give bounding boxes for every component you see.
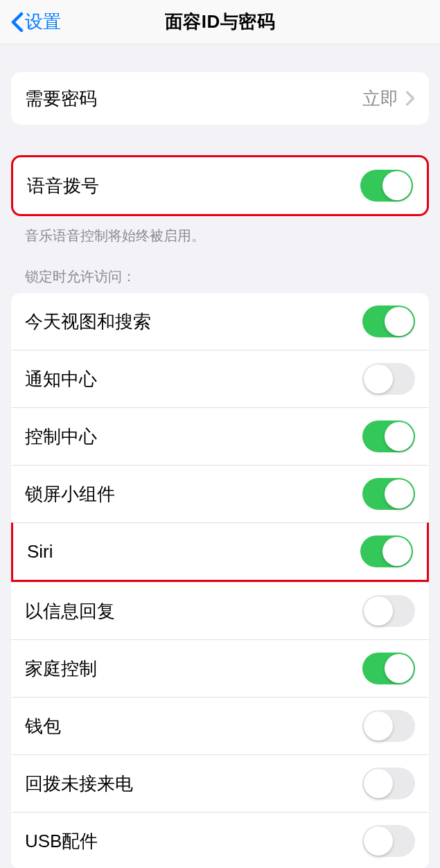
lock-item-toggle[interactable] [362, 595, 415, 627]
lock-item-cell: Siri [11, 522, 429, 582]
lock-item-label: 以信息回复 [25, 599, 362, 623]
toggle-knob [364, 826, 393, 856]
lock-item-toggle[interactable] [362, 768, 415, 799]
back-button[interactable]: 设置 [11, 10, 61, 34]
lock-item-label: USB配件 [25, 829, 362, 853]
lock-item-toggle[interactable] [360, 535, 413, 567]
lock-item-toggle[interactable] [362, 363, 415, 395]
lock-item-cell: USB配件 [11, 812, 429, 868]
toggle-knob [382, 537, 412, 566]
lock-item-cell: 锁屏小组件 [11, 465, 429, 522]
lock-item-label: 家庭控制 [25, 657, 362, 681]
voice-dial-cell: 语音拨号 [13, 157, 427, 214]
voice-dial-highlight: 语音拨号 [11, 155, 429, 216]
back-label: 设置 [25, 10, 61, 34]
lock-item-cell: 钱包 [11, 697, 429, 754]
toggle-knob [385, 479, 414, 508]
lock-item-label: 今天视图和搜索 [25, 310, 362, 334]
lock-item-toggle[interactable] [362, 825, 415, 857]
require-passcode-label: 需要密码 [25, 87, 362, 111]
toggle-knob [385, 654, 414, 683]
lock-item-toggle[interactable] [362, 478, 415, 510]
lock-access-group: 锁定时允许访问： 今天视图和搜索通知中心控制中心锁屏小组件Siri以信息回复家庭… [11, 267, 429, 868]
lock-item-label: 钱包 [25, 714, 362, 738]
voice-dial-toggle[interactable] [360, 170, 413, 202]
lock-item-toggle[interactable] [362, 653, 415, 684]
require-passcode-detail: 立即 [362, 87, 415, 111]
page-title: 面容ID与密码 [165, 10, 276, 34]
passcode-group: 需要密码 立即 [11, 72, 429, 125]
lock-item-label: 回拨未接来电 [25, 772, 362, 796]
lock-item-label: 控制中心 [25, 425, 362, 449]
toggle-knob [364, 711, 393, 741]
require-passcode-value: 立即 [362, 87, 398, 111]
lock-item-label: 通知中心 [25, 367, 362, 391]
voice-dial-label: 语音拨号 [27, 174, 360, 198]
lock-item-cell: 以信息回复 [11, 582, 429, 639]
toggle-knob [364, 769, 393, 798]
voice-dial-footer: 音乐语音控制将始终被启用。 [11, 216, 429, 245]
lock-access-header: 锁定时允许访问： [11, 267, 429, 293]
lock-item-toggle[interactable] [362, 710, 415, 742]
lock-item-cell: 回拨未接来电 [11, 754, 429, 812]
chevron-right-icon [405, 91, 415, 106]
lock-item-label: 锁屏小组件 [25, 482, 362, 506]
lock-item-cell: 控制中心 [11, 407, 429, 465]
lock-item-cell: 今天视图和搜索 [11, 293, 429, 350]
toggle-knob [364, 596, 393, 626]
toggle-knob [385, 307, 414, 336]
chevron-left-icon [11, 12, 24, 33]
require-passcode-cell[interactable]: 需要密码 立即 [11, 72, 429, 125]
toggle-knob [385, 422, 414, 451]
content: 需要密码 立即 语音拨号 音乐语音控制将始终被启用。 锁定时允许访问： 今天 [0, 72, 440, 868]
lock-item-cell: 通知中心 [11, 350, 429, 407]
voice-dial-group: 语音拨号 音乐语音控制将始终被启用。 [11, 155, 429, 245]
toggle-knob [382, 171, 412, 200]
lock-item-toggle[interactable] [362, 305, 415, 337]
lock-access-list: 今天视图和搜索通知中心控制中心锁屏小组件Siri以信息回复家庭控制钱包回拨未接来… [11, 293, 429, 868]
lock-item-cell: 家庭控制 [11, 639, 429, 697]
lock-item-label: Siri [27, 541, 360, 563]
nav-bar: 设置 面容ID与密码 [0, 0, 440, 44]
toggle-knob [364, 364, 393, 393]
lock-item-toggle[interactable] [362, 420, 415, 452]
